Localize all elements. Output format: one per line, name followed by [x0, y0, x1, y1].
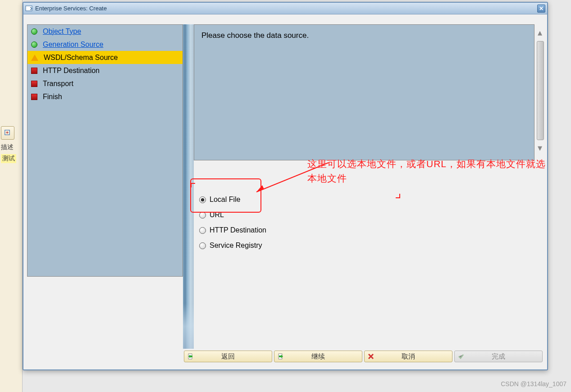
- finish-button: 完成: [454, 351, 543, 362]
- radio-label: Service Registry: [210, 242, 262, 250]
- check-icon: [31, 41, 37, 48]
- content-panel: Please choose the data source. ▴ ▾ Local…: [194, 24, 544, 349]
- finish-icon: [457, 353, 465, 360]
- button-bar: 返回 继续 取消 完成: [23, 351, 547, 366]
- radio-option-0[interactable]: Local File: [199, 192, 544, 207]
- back-label: 返回: [221, 352, 235, 361]
- continue-button[interactable]: 继续: [274, 351, 362, 362]
- nav-step-3: HTTP Destination: [27, 64, 183, 77]
- nav-step-2: WSDL/Schema Source: [27, 51, 183, 64]
- radio-button[interactable]: [199, 227, 206, 234]
- background-label-test: 测试: [1, 154, 16, 163]
- scroll-down-icon[interactable]: ▾: [535, 143, 545, 153]
- radio-label: URL: [210, 211, 224, 219]
- pending-icon: [31, 81, 37, 87]
- radio-button[interactable]: [199, 242, 206, 249]
- background-sidebar: [0, 0, 23, 392]
- radio-option-1[interactable]: URL: [199, 207, 544, 223]
- nav-step-0[interactable]: Object Type: [27, 25, 183, 38]
- nav-step-5: Finish: [27, 90, 183, 103]
- annotation-corner: [191, 183, 195, 187]
- finish-label: 完成: [492, 352, 505, 361]
- watermark: CSDN @1314lay_1007: [501, 380, 566, 387]
- cancel-icon: [367, 353, 375, 360]
- nav-step-label: WSDL/Schema Source: [44, 54, 118, 62]
- dialog-body: Object TypeGeneration SourceWSDL/Schema …: [23, 14, 547, 369]
- radio-label: HTTP Destination: [210, 226, 266, 234]
- cancel-label: 取消: [402, 352, 415, 361]
- close-button[interactable]: ✕: [537, 5, 545, 13]
- radio-button[interactable]: [199, 196, 206, 203]
- pending-icon: [31, 68, 37, 74]
- nav-step-label: HTTP Destination: [43, 67, 100, 75]
- data-source-radio-group: Local FileURLHTTP DestinationService Reg…: [199, 192, 544, 253]
- continue-icon: [277, 353, 284, 360]
- background-label-description: 描述: [1, 143, 14, 151]
- radio-button[interactable]: [199, 212, 206, 219]
- dialog-icon: [25, 5, 32, 12]
- dialog-title: Enterprise Services: Create: [35, 5, 537, 12]
- radio-option-2[interactable]: HTTP Destination: [199, 223, 544, 238]
- annotation-corner: [396, 194, 400, 198]
- nav-step-1[interactable]: Generation Source: [27, 38, 183, 51]
- warning-icon: [31, 55, 38, 61]
- back-icon: [187, 353, 194, 360]
- annotation-text: 这里可以选本地文件，或者URL，如果有本地文件就选本地文件: [307, 157, 547, 185]
- scroll-thumb[interactable]: [537, 41, 544, 140]
- background-toolbar-button[interactable]: [1, 126, 14, 140]
- back-button[interactable]: 返回: [184, 351, 272, 362]
- titlebar: Enterprise Services: Create ✕: [23, 3, 547, 14]
- pending-icon: [31, 94, 37, 100]
- instruction-box: Please choose the data source. ▴ ▾: [194, 24, 534, 160]
- nav-step-label[interactable]: Object Type: [43, 27, 81, 36]
- nav-step-label: Transport: [43, 80, 73, 88]
- nav-step-label[interactable]: Generation Source: [43, 41, 103, 49]
- dialog-wizard: Enterprise Services: Create ✕ Object Typ…: [23, 2, 548, 370]
- instruction-text: Please choose the data source.: [194, 25, 534, 46]
- cancel-button[interactable]: 取消: [364, 351, 452, 362]
- nav-step-label: Finish: [43, 93, 62, 101]
- svg-rect-1: [26, 6, 32, 11]
- nav-panel: Object TypeGeneration SourceWSDL/Schema …: [27, 24, 183, 277]
- scroll-up-icon[interactable]: ▴: [535, 27, 545, 37]
- radio-label: Local File: [210, 196, 240, 204]
- continue-label: 继续: [311, 352, 325, 361]
- nav-step-4: Transport: [27, 77, 183, 90]
- check-icon: [31, 28, 37, 35]
- radio-option-3[interactable]: Service Registry: [199, 238, 544, 253]
